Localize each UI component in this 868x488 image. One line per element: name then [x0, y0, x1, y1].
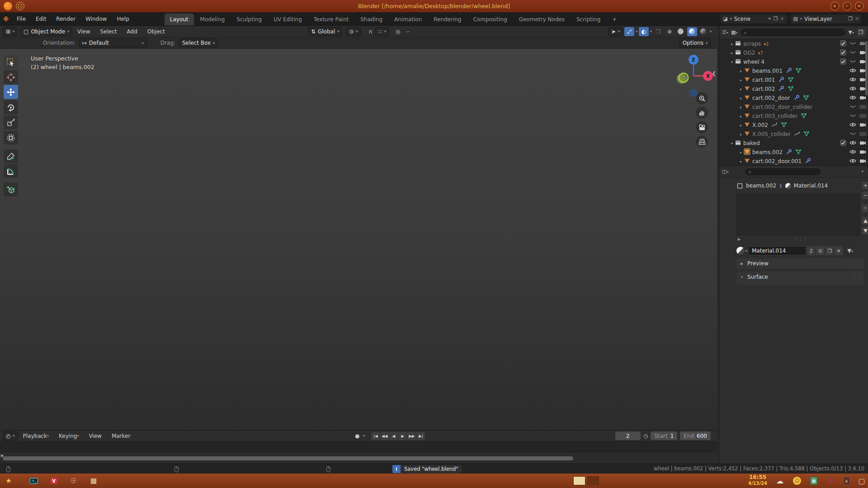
tab-sculpting[interactable]: Sculpting — [231, 14, 267, 25]
expand-arrow[interactable]: ▾ — [729, 60, 735, 64]
eye-closed-icon[interactable] — [849, 50, 856, 56]
workspace-pager-2[interactable] — [587, 476, 599, 485]
favorites-star-icon[interactable]: ★ — [3, 475, 14, 486]
camera-visibility-icon[interactable] — [859, 158, 866, 165]
outliner-row-cart-002-door-001[interactable]: ▸cart.002_door.001 — [719, 157, 868, 165]
timeline-scrollbar[interactable] — [3, 456, 573, 460]
expand-arrow[interactable]: ▸ — [738, 69, 744, 73]
toggle-ortho-button[interactable] — [696, 136, 708, 148]
outliner-row-beams-001[interactable]: ▸beams.001 — [719, 66, 868, 75]
snap-options-dropdown[interactable]: ∷▾ — [375, 27, 389, 36]
expand-arrow[interactable]: ▸ — [738, 105, 744, 109]
viewport-menu-add[interactable]: Add — [122, 28, 142, 35]
slot-specials-dropdown[interactable]: ▾ — [861, 204, 868, 212]
editor-type-dropdown[interactable]: ⊞▾ — [3, 27, 18, 36]
timeline-menu-marker[interactable]: Marker — [107, 433, 135, 439]
smiley-icon[interactable]: ☺ — [791, 475, 803, 486]
outliner-row-og2[interactable]: ▸OG2▾7 — [719, 48, 868, 57]
viewport-menu-view[interactable]: View — [72, 28, 95, 35]
camera-visibility-icon[interactable] — [859, 95, 866, 102]
unlink-material-button[interactable]: ✕ — [835, 246, 843, 255]
tab-uv-editing[interactable]: UV Editing — [268, 14, 307, 25]
properties-options-chevron[interactable]: ▾ — [862, 169, 863, 174]
outliner-row-baked[interactable]: ▾baked — [719, 139, 868, 148]
tab-scripting[interactable]: Scripting — [571, 14, 606, 25]
zoom-button[interactable] — [696, 92, 708, 104]
orientation-setting-dropdown[interactable]: ↦Default▾ — [79, 38, 147, 47]
camera-visibility-icon[interactable] — [859, 131, 866, 138]
browser-launcher-icon[interactable]: ☉ — [68, 475, 80, 486]
outliner-search-input[interactable]: ⌕ — [740, 28, 845, 37]
outliner-filter-dropdown[interactable]: ▼▾ — [849, 29, 854, 35]
dictionary-icon[interactable]: a — [840, 475, 852, 486]
eye-icon[interactable] — [849, 149, 856, 156]
tray-app-2-icon[interactable]: ✿ — [825, 475, 836, 486]
camera-visibility-icon[interactable] — [859, 122, 866, 129]
expand-arrow[interactable]: ▸ — [738, 123, 744, 127]
taskbar-clock[interactable]: 16:55 4/13/24 — [744, 474, 772, 486]
outliner-row-beams-002[interactable]: ▸beams.002 — [719, 148, 868, 157]
expand-icon[interactable]: ▶ — [736, 237, 742, 241]
menu-window[interactable]: Window — [80, 12, 112, 25]
prev-keyframe-button[interactable]: ◀◀ — [380, 432, 389, 440]
outliner-row-x-002[interactable]: ▸X.002 — [719, 121, 868, 130]
calculator-icon[interactable]: ▦ — [808, 475, 820, 486]
tool-tweak-select-button[interactable] — [4, 55, 18, 69]
timeline-menu-view[interactable]: View — [84, 433, 106, 439]
shading-rendered-button[interactable] — [698, 27, 708, 36]
keying-set-dropdown[interactable]: ▾ — [363, 434, 365, 438]
preview-panel[interactable]: ▶ Preview ⋮⋮ — [736, 258, 864, 269]
use-preview-range-icon[interactable]: ◷ — [643, 433, 648, 439]
eye-icon[interactable] — [849, 86, 856, 93]
expand-arrow[interactable]: ▸ — [729, 51, 735, 55]
tool-move-button[interactable] — [4, 85, 18, 99]
outliner-filter-type-icon[interactable]: ▩▾ — [731, 29, 737, 35]
remove-layer-icon[interactable]: ✕ — [855, 16, 859, 22]
expand-arrow[interactable]: ▾ — [729, 141, 735, 145]
options-dropdown[interactable]: Options▾ — [679, 38, 711, 47]
play-button[interactable]: ▶ — [398, 432, 407, 440]
outliner-row-scraps[interactable]: ▸scraps▾2 — [719, 39, 868, 48]
menu-edit[interactable]: Edit — [31, 12, 51, 25]
tool-scale-button[interactable] — [4, 115, 18, 129]
add-slot-button[interactable]: + — [861, 181, 868, 190]
pan-hand-button[interactable] — [696, 107, 708, 119]
workspace-pager-1[interactable] — [573, 476, 585, 485]
remove-slot-button[interactable]: − — [861, 191, 868, 200]
exclude-checkbox[interactable] — [840, 49, 846, 57]
expand-arrow[interactable]: ▸ — [738, 78, 744, 82]
tool-rotate-button[interactable] — [4, 100, 18, 114]
breadcrumb-material[interactable]: Material.014 — [794, 183, 828, 189]
shading-dropdown[interactable]: ▾ — [710, 29, 712, 33]
jump-to-start-button[interactable]: |◀ — [371, 432, 380, 440]
viewport-menu-object[interactable]: Object — [142, 28, 170, 35]
tab-rendering[interactable]: Rendering — [428, 14, 467, 25]
new-layer-icon[interactable]: ❐ — [848, 16, 853, 22]
outliner-row-cart-002[interactable]: ▸cart.002 — [719, 84, 868, 94]
end-frame-field[interactable]: End600 — [680, 432, 711, 440]
drag-setting-dropdown[interactable]: Select Box▾ — [179, 38, 218, 47]
camera-visibility-icon[interactable] — [859, 149, 866, 156]
eye-closed-icon[interactable] — [849, 41, 856, 47]
expand-arrow[interactable]: ▸ — [738, 150, 744, 155]
add-workspace-button[interactable]: + — [607, 14, 622, 25]
show-gizmo-button[interactable]: ⤢ — [624, 27, 634, 36]
scene-selector[interactable]: ◪▾ Scene ⌖ ❐ ✕ — [720, 14, 787, 24]
eye-closed-icon[interactable] — [849, 131, 856, 138]
menu-render[interactable]: Render — [51, 12, 80, 25]
eye-icon[interactable] — [849, 95, 856, 102]
eye-icon[interactable] — [849, 68, 856, 75]
move-slot-down-button[interactable]: ▼ — [861, 226, 868, 235]
blender-menu-icon[interactable]: ❉ — [0, 15, 12, 23]
eye-icon[interactable] — [849, 140, 856, 147]
exclude-checkbox[interactable] — [840, 58, 846, 66]
expand-arrow[interactable]: ▸ — [738, 132, 744, 136]
outliner-row-cart-003-collider[interactable]: ▸cart.003_collider — [719, 112, 868, 121]
surface-panel-header[interactable]: ▾ Surface ⋮⋮ — [739, 273, 862, 281]
tray-app-1-icon[interactable]: ☁ — [774, 475, 786, 486]
tab-modeling[interactable]: Modeling — [195, 14, 231, 25]
browse-material-dropdown[interactable]: ▾ — [745, 249, 747, 253]
expand-arrow[interactable]: ▸ — [738, 160, 744, 164]
tool-annotate-button[interactable] — [4, 149, 18, 163]
jump-to-end-button[interactable]: ▶| — [416, 432, 425, 440]
